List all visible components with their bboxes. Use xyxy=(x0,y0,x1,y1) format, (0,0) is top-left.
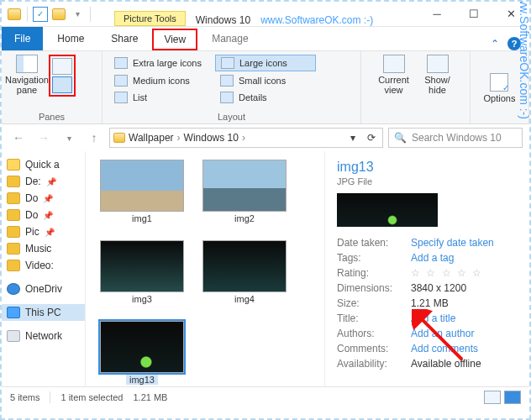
current-view-button[interactable]: Current view xyxy=(376,55,413,95)
tab-home[interactable]: Home xyxy=(45,27,97,50)
minimize-button[interactable]: ─ xyxy=(418,3,455,26)
sidebar-item-music[interactable]: Music xyxy=(2,240,85,257)
folder-icon xyxy=(113,133,125,143)
file-item[interactable]: img1 xyxy=(96,160,188,235)
ribbon-group-currentview: Current view Show/ hide xyxy=(361,51,471,123)
detail-key: Tags: xyxy=(337,252,404,264)
window-title: Windows 10 xyxy=(196,14,250,26)
thumbnail xyxy=(100,240,184,292)
folder-icon xyxy=(7,243,20,255)
detail-key: Comments: xyxy=(337,343,404,354)
thumbnail xyxy=(202,240,287,292)
back-button[interactable]: ← xyxy=(8,128,29,148)
file-item[interactable]: img3 xyxy=(96,240,188,316)
star-icon xyxy=(7,159,20,171)
folder-icon xyxy=(7,176,20,187)
sidebar-item-onedrive[interactable]: OneDriv xyxy=(2,281,85,297)
detail-key: Dimensions: xyxy=(337,282,404,294)
thumbnail xyxy=(100,160,184,212)
sidebar-item-desktop[interactable]: De:📌 xyxy=(2,173,85,190)
chevron-right-icon[interactable]: › xyxy=(177,132,181,144)
folder-icon xyxy=(7,260,20,271)
tab-view[interactable]: View xyxy=(152,29,197,50)
layout-large-icons[interactable]: Large icons xyxy=(215,55,316,71)
layout-extra-large-icons[interactable]: Extra large icons xyxy=(109,55,210,71)
file-item-selected[interactable]: img13 xyxy=(96,321,188,396)
search-input[interactable]: 🔍 Search Windows 10 xyxy=(388,128,523,148)
sidebar-item-quick-access[interactable]: Quick a xyxy=(2,156,85,173)
onedrive-icon xyxy=(7,283,20,295)
status-selection: 1 item selected xyxy=(60,392,123,402)
checkbox-icon[interactable]: ✓ xyxy=(33,7,48,22)
maximize-button[interactable]: ☐ xyxy=(455,3,492,26)
ribbon-tabs: File Home Share View Manage ⌃ ? xyxy=(2,27,529,50)
separator xyxy=(50,391,50,403)
qat-dropdown-icon[interactable]: ▾ xyxy=(70,7,85,22)
details-thumbnail xyxy=(337,193,438,227)
view-thumbnails-toggle[interactable] xyxy=(504,391,521,404)
layout-details[interactable]: Details xyxy=(215,90,316,105)
sidebar-item-network[interactable]: Network xyxy=(2,328,85,344)
sidebar-item-documents[interactable]: Do📌 xyxy=(2,207,85,223)
layout-small-icons[interactable]: Small icons xyxy=(215,73,316,88)
breadcrumb[interactable]: Wallpaper xyxy=(129,132,174,144)
title-bar: ✓ ▾ Picture Tools Windows 10 www.Softwar… xyxy=(2,2,529,27)
list-icon xyxy=(114,92,128,103)
status-size: 1.21 MB xyxy=(133,392,167,402)
tab-share[interactable]: Share xyxy=(98,27,150,50)
current-view-icon xyxy=(383,55,405,73)
up-button[interactable]: ↑ xyxy=(84,128,104,148)
forward-button[interactable]: → xyxy=(34,128,54,148)
file-item[interactable]: img2 xyxy=(198,160,291,235)
recent-locations-button[interactable]: ▾ xyxy=(59,128,79,148)
navigation-pane-button[interactable]: Navigation pane xyxy=(8,55,45,97)
show-hide-button[interactable]: Show/ hide xyxy=(419,55,456,95)
tab-file[interactable]: File xyxy=(2,27,43,50)
details-filetype: JPG File xyxy=(337,176,518,186)
layout-medium-icons[interactable]: Medium icons xyxy=(109,73,210,88)
detail-key: Authors: xyxy=(337,328,404,339)
tab-manage[interactable]: Manage xyxy=(199,27,260,50)
address-dropdown-icon[interactable]: ▾ xyxy=(345,130,360,145)
detail-key: Rating: xyxy=(337,267,404,279)
preview-pane-button[interactable] xyxy=(52,58,72,75)
icons-icon xyxy=(114,75,128,87)
title-context: Picture Tools Windows 10 www.SoftwareOK.… xyxy=(114,2,373,26)
file-list[interactable]: img1 img2 img3 img4 img13 xyxy=(86,151,324,386)
detail-value: 3840 x 1200 xyxy=(411,282,466,294)
detail-value[interactable]: Specify date taken xyxy=(411,237,494,249)
breadcrumb[interactable]: Windows 10 xyxy=(184,132,239,144)
address-bar-row: ← → ▾ ↑ Wallpaper › Windows 10 › ▾ ⟳ 🔍 S… xyxy=(2,124,529,151)
annotation-arrow-icon xyxy=(412,309,471,368)
collapse-ribbon-icon[interactable]: ⌃ xyxy=(491,38,499,50)
rating-stars[interactable]: ☆ ☆ ☆ ☆ ☆ xyxy=(411,267,483,279)
options-icon xyxy=(490,73,508,92)
navigation-pane-icon xyxy=(16,55,38,73)
sidebar-item-this-pc[interactable]: This PC xyxy=(2,304,85,321)
separator xyxy=(27,7,28,22)
group-label-panes: Panes xyxy=(8,110,95,122)
details-pane-button[interactable] xyxy=(52,76,72,93)
thumbnail xyxy=(100,321,184,373)
icons-icon xyxy=(220,75,234,87)
sidebar-item-videos[interactable]: Video: xyxy=(2,257,85,274)
navigation-pane: Quick a De:📌 Do📌 Do📌 Pic📌 Music Video: O… xyxy=(2,151,86,386)
sidebar-item-downloads[interactable]: Do📌 xyxy=(2,190,85,207)
folder-icon[interactable] xyxy=(51,7,66,22)
details-filename: img13 xyxy=(337,160,518,175)
watermark-text: www.SoftwareOK.com :-) xyxy=(518,0,531,119)
chevron-right-icon[interactable]: › xyxy=(242,132,245,144)
watermark-text: www.SoftwareOK.com :-) xyxy=(260,14,373,26)
detail-value[interactable]: Add a tag xyxy=(411,252,454,264)
sidebar-item-pictures[interactable]: Pic📌 xyxy=(2,223,85,240)
options-button[interactable]: Options xyxy=(484,73,516,103)
refresh-icon[interactable]: ⟳ xyxy=(364,130,379,145)
view-details-toggle[interactable] xyxy=(484,391,501,404)
details-icon xyxy=(220,92,234,103)
network-icon xyxy=(7,330,20,342)
thumbnail xyxy=(202,160,287,212)
file-item[interactable]: img4 xyxy=(198,240,291,316)
layout-list[interactable]: List xyxy=(109,90,210,105)
navigation-pane-label: Navigation pane xyxy=(5,75,49,95)
address-bar[interactable]: Wallpaper › Windows 10 › ▾ ⟳ xyxy=(109,128,383,148)
